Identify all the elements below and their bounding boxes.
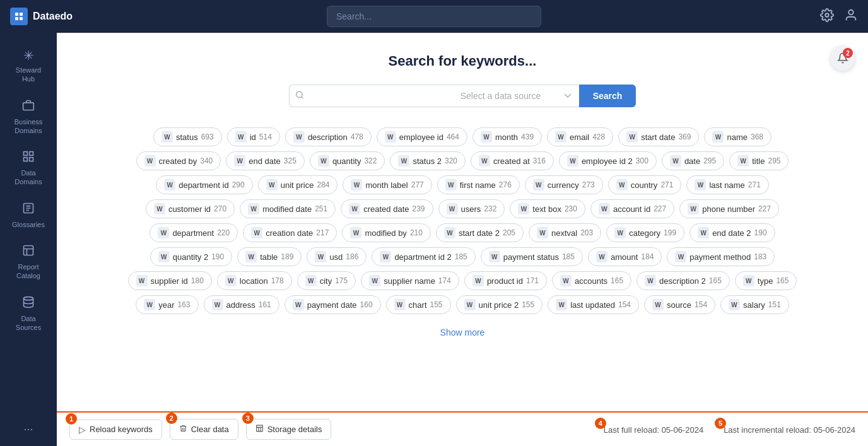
keyword-tag[interactable]: Wcountry271 (608, 175, 682, 194)
keyword-tag[interactable]: Wamount184 (588, 247, 662, 266)
sidebar-item-report-catalog[interactable]: Report Catalog (3, 239, 54, 286)
keyword-tag[interactable]: Wlast name271 (686, 175, 768, 194)
user-icon[interactable] (844, 8, 858, 25)
tag-label: month label (365, 180, 408, 190)
keyword-tag[interactable]: Wtype165 (735, 271, 797, 290)
sidebar-item-steward-hub[interactable]: ✳ Steward Hub (3, 43, 54, 89)
keyword-tag[interactable]: Wmodified date251 (240, 199, 336, 218)
tag-label: department id 2 (394, 252, 451, 262)
keyword-tag[interactable]: Wmonth439 (472, 127, 542, 146)
keyword-tag[interactable]: Wtable189 (237, 247, 302, 266)
show-more-link[interactable]: Show more (440, 327, 485, 337)
keyword-tag[interactable]: Wdepartment220 (150, 223, 238, 242)
reload-keywords-button[interactable]: ▷ Reload keywords (69, 420, 162, 440)
keyword-tag[interactable]: Wcategory199 (606, 223, 684, 242)
keyword-tag[interactable]: Wquantity322 (310, 151, 385, 170)
tag-icon: W (599, 203, 610, 214)
storage-details-button[interactable]: Storage details (246, 419, 332, 440)
keyword-tag[interactable]: Waccount id227 (590, 199, 674, 218)
settings-icon[interactable] (820, 8, 834, 25)
keyword-tag[interactable]: Wunit price 2155 (456, 295, 543, 314)
clear-data-button[interactable]: Clear data (170, 419, 238, 440)
keyword-tag[interactable]: Wstatus693 (153, 127, 222, 146)
keyword-tag[interactable]: Wtext box230 (510, 199, 585, 218)
keyword-tag[interactable]: Wdepartment id 2185 (372, 247, 475, 266)
keyword-tag[interactable]: Wproduct id171 (464, 271, 547, 290)
keyword-tag[interactable]: Wchart155 (386, 295, 451, 314)
search-button[interactable]: Search (579, 85, 636, 107)
tag-count: 189 (281, 252, 293, 261)
keyword-tag[interactable]: Wcreated by340 (136, 151, 221, 170)
keyword-tag[interactable]: Wlast updated154 (548, 295, 639, 314)
keyword-tag[interactable]: Wquantity 2190 (150, 247, 232, 266)
tag-label: description 2 (659, 276, 706, 286)
keyword-tag[interactable]: Wdate295 (662, 151, 724, 170)
keyword-tag[interactable]: Wcreation date217 (243, 223, 337, 242)
keyword-tag[interactable]: Waccounts165 (552, 271, 631, 290)
keyword-tag[interactable]: Wsupplier name174 (361, 271, 459, 290)
keyword-search-input[interactable] (289, 85, 453, 107)
svg-rect-8 (30, 152, 33, 156)
keyword-tag[interactable]: Wmodified by210 (342, 223, 431, 242)
keyword-tag[interactable]: Wnextval203 (529, 223, 601, 242)
keyword-tag[interactable]: Wpayment date160 (284, 295, 381, 314)
keyword-tag[interactable]: Wlocation178 (217, 271, 292, 290)
keyword-tag[interactable]: Wdescription478 (285, 127, 372, 146)
keyword-tag[interactable]: Wend date325 (226, 151, 305, 170)
keyword-tag[interactable]: Waddress161 (204, 295, 279, 314)
keyword-tag[interactable]: Wend date 2190 (689, 223, 775, 242)
tag-count: 300 (636, 156, 648, 165)
tag-icon: W (349, 203, 360, 214)
keyword-tag[interactable]: Wpayment status185 (481, 247, 583, 266)
last-full-reload-info: Last full reload: 05-06-2024 (604, 425, 703, 435)
keyword-tag[interactable]: Wsource154 (644, 295, 715, 314)
keyword-tag[interactable]: Wemail428 (547, 127, 613, 146)
tag-label: month (495, 132, 518, 142)
topnav-search-input[interactable] (327, 6, 541, 27)
sidebar-more-button[interactable]: ··· (23, 423, 33, 436)
step-number-5: 5 (715, 418, 726, 429)
keyword-tag[interactable]: Wcreated at316 (471, 151, 554, 170)
keyword-tag[interactable]: Wsalary151 (720, 295, 789, 314)
keyword-tag[interactable]: Wcity175 (297, 271, 356, 290)
keyword-tag[interactable]: Wcreated date239 (341, 199, 433, 218)
keyword-tag[interactable]: Wstatus 2320 (390, 151, 466, 170)
sidebar-item-data-sources[interactable]: Data Sources (3, 291, 54, 337)
keyword-tag[interactable]: Wmonth label277 (343, 175, 431, 194)
tag-label: location (240, 276, 268, 286)
tag-icon: W (351, 179, 362, 191)
sidebar-item-business-domains[interactable]: Business Domains (3, 94, 54, 141)
keyword-tag[interactable]: Wemployee id464 (377, 127, 467, 146)
tag-count: 160 (360, 300, 373, 309)
keyword-tag[interactable]: Wtitle295 (729, 151, 789, 170)
keyword-tag[interactable]: Wphone number227 (679, 199, 779, 218)
tag-icon: W (698, 227, 709, 238)
keyword-tag[interactable]: Wunit price284 (258, 175, 338, 194)
keyword-tag[interactable]: Wsupplier id180 (128, 271, 212, 290)
keyword-tag[interactable]: Wemployee id 2300 (559, 151, 657, 170)
sidebar-item-data-domains[interactable]: Data Domains (3, 145, 54, 192)
notification-bell-button[interactable]: 2 (830, 45, 855, 71)
datasource-select[interactable]: Select a data source (453, 85, 579, 107)
tag-label: city (320, 276, 332, 286)
keyword-tag[interactable]: Wyear163 (136, 295, 198, 314)
keyword-tag[interactable]: Wstart date 2205 (436, 223, 524, 242)
keyword-tag[interactable]: Wid514 (227, 127, 280, 146)
keyword-tag[interactable]: Wdepartment id290 (156, 175, 253, 194)
tag-icon: W (489, 251, 500, 262)
tag-count: 295 (703, 156, 716, 165)
keyword-tag[interactable]: Wname368 (704, 127, 771, 146)
keyword-tag[interactable]: Wstart date369 (618, 127, 699, 146)
tag-icon: W (533, 179, 544, 191)
keyword-tag[interactable]: Wcustomer id270 (146, 199, 235, 218)
keyword-tag[interactable]: Wfirst name276 (437, 175, 520, 194)
svg-rect-9 (24, 158, 28, 161)
keyword-tag[interactable]: Wpayment method183 (667, 247, 775, 266)
tag-icon: W (212, 299, 223, 310)
keyword-tag[interactable]: Wdescription 2165 (636, 271, 730, 290)
tag-icon: W (645, 275, 656, 286)
keyword-tag[interactable]: Wusd186 (307, 247, 367, 266)
keyword-tag[interactable]: Wusers232 (438, 199, 505, 218)
keyword-tag[interactable]: Wcurrency273 (525, 175, 603, 194)
sidebar-item-glossaries[interactable]: Glossaries (3, 197, 54, 234)
